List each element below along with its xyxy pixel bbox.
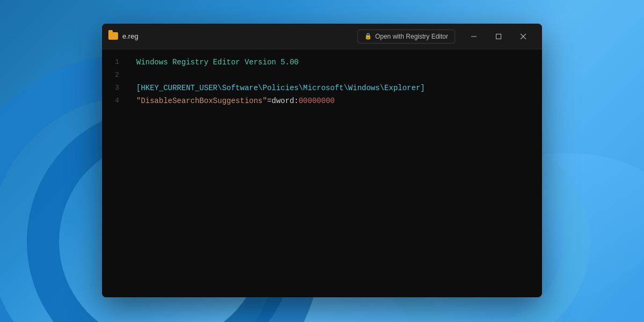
- code-editor[interactable]: 1 2 3 4 Windows Registry Editor Version …: [102, 49, 542, 297]
- lock-icon: 🔒: [364, 33, 372, 40]
- minimize-icon: [471, 34, 477, 39]
- code-line-4: "DisableSearchBoxSuggestions"=dword:0000…: [136, 94, 533, 107]
- window-controls: [462, 28, 536, 45]
- maximize-icon: [496, 34, 501, 39]
- code-line-3: [HKEY_CURRENT_USER\Software\Policies\Mic…: [136, 82, 533, 94]
- line-4-dword-label: dword:: [272, 94, 298, 107]
- close-button[interactable]: [511, 28, 536, 45]
- svg-rect-1: [496, 34, 501, 39]
- open-registry-label: Open with Registry Editor: [375, 33, 448, 40]
- line-4-equals: =: [267, 94, 272, 107]
- line-numbers: 1 2 3 4: [102, 49, 128, 297]
- line-4-dword-value: 00000000: [298, 94, 334, 107]
- line-1-text: Windows Registry Editor Version 5.00: [136, 56, 298, 69]
- line-number-3: 3: [102, 82, 119, 94]
- line-3-text: [HKEY_CURRENT_USER\Software\Policies\Mic…: [136, 82, 425, 94]
- titlebar-left: e.reg: [108, 32, 357, 41]
- open-registry-button[interactable]: 🔒 Open with Registry Editor: [357, 30, 455, 43]
- svg-rect-0: [471, 36, 477, 36]
- window-title: e.reg: [122, 32, 138, 40]
- close-icon: [521, 34, 526, 39]
- editor-window: e.reg 🔒 Open with Registry Editor: [102, 24, 542, 297]
- line-number-2: 2: [102, 69, 119, 82]
- minimize-button[interactable]: [462, 28, 486, 45]
- line-4-key: "DisableSearchBoxSuggestions": [136, 94, 267, 107]
- code-line-2: [136, 69, 533, 82]
- titlebar-center: 🔒 Open with Registry Editor: [357, 30, 455, 43]
- maximize-button[interactable]: [486, 28, 511, 45]
- titlebar: e.reg 🔒 Open with Registry Editor: [102, 24, 542, 49]
- line-number-1: 1: [102, 56, 119, 69]
- line-number-4: 4: [102, 94, 119, 107]
- file-icon: [108, 32, 118, 41]
- code-content[interactable]: Windows Registry Editor Version 5.00 [HK…: [128, 49, 542, 297]
- code-line-1: Windows Registry Editor Version 5.00: [136, 56, 533, 69]
- folder-icon: [108, 32, 118, 40]
